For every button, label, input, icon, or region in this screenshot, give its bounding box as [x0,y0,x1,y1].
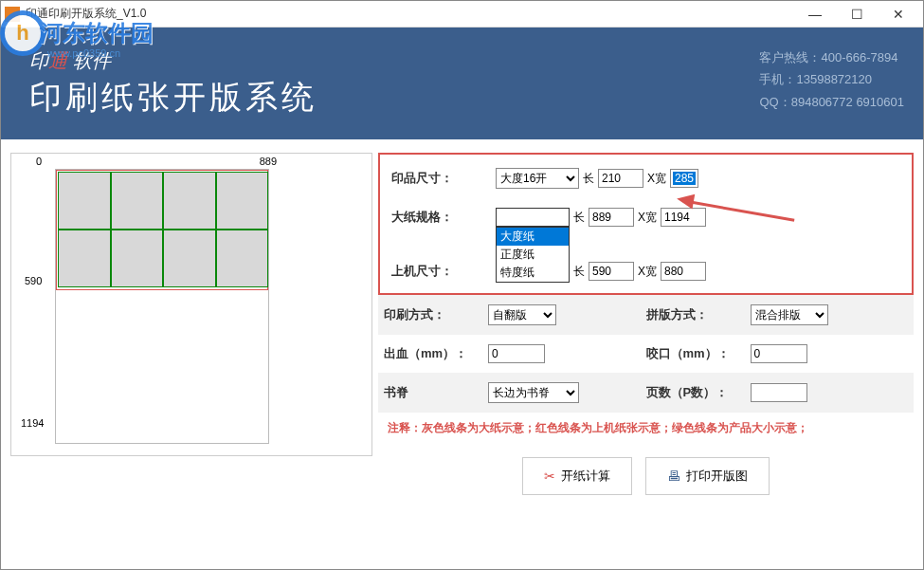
length-char: 长 [573,210,585,226]
dim-machine-height: 590 [25,275,42,286]
paper-spec-dropdown[interactable]: 大度纸 正度纸 特度纸 [496,208,570,227]
calculate-button[interactable]: ✂ 开纸计算 [522,457,632,495]
width-char: X宽 [647,171,666,187]
bite-label: 咬口（mm）： [646,345,751,362]
dim-origin: 0 [36,156,42,167]
watermark-text: 河东软件园 [40,18,154,48]
paper-outline [55,169,269,444]
product-size-label: 印品尺寸： [391,170,496,187]
paper-option-dadu[interactable]: 大度纸 [497,228,569,246]
spine-select[interactable]: 长边为书脊 [488,382,579,403]
paper-option-zhengdu[interactable]: 正度纸 [497,246,569,264]
layout-method-select[interactable]: 混合排版 [751,304,828,325]
scissors-icon: ✂ [544,469,555,484]
machine-width-input[interactable] [661,262,706,281]
machine-size-label: 上机尺寸： [391,263,496,280]
paper-option-tedu[interactable]: 特度纸 [497,264,569,282]
contact-qq: QQ：894806772 6910601 [759,91,904,113]
product-length-input[interactable] [598,169,643,188]
paper-width-input[interactable] [661,208,706,227]
product-cell [58,230,111,287]
paper-spec-label: 大纸规格： [391,209,496,226]
maximize-button[interactable]: ☐ [836,2,878,27]
form-panel: 印品尺寸： 大度16开 长 X宽 285 大纸规格： [378,153,914,508]
bleed-label: 出血（mm）： [384,345,488,362]
watermark-overlay: h 河东软件园 www.pc0359.cn [0,0,171,66]
layout-method-label: 拼版方式： [646,306,751,323]
product-cell [163,172,216,230]
dim-paper-height: 1194 [21,417,44,429]
width-char: X宽 [638,210,657,226]
bleed-input[interactable] [488,344,545,363]
machine-length-input[interactable] [589,262,634,281]
product-cell [216,230,269,287]
pages-input[interactable] [751,383,807,402]
product-cell [111,172,164,230]
product-cell [111,230,164,287]
contact-hotline: 客户热线：400-666-7894 [759,46,904,68]
legend-note: 注释：灰色线条为大纸示意；红色线条为上机纸张示意；绿色线条为产品大小示意； [378,413,914,444]
watermark-logo: h [0,10,45,56]
length-char: 长 [583,171,594,187]
length-char: 长 [573,264,585,280]
product-cell [58,172,111,230]
product-grid [58,172,268,287]
printer-icon: 🖶 [667,469,680,484]
minimize-button[interactable]: — [794,2,836,27]
dim-paper-width: 889 [260,156,277,167]
pages-label: 页数（P数）： [646,384,751,401]
calculate-label: 开纸计算 [561,468,610,485]
main-window: 印通印刷开版系统_V1.0 — ☐ ✕ 印通 软件 印刷纸张开版系统 客户热线：… [0,0,924,570]
print-button[interactable]: 🖶 打印开版图 [645,457,770,495]
product-size-select[interactable]: 大度16开 [496,168,579,189]
product-width-input[interactable]: 285 [670,169,698,188]
print-label: 打印开版图 [686,468,748,485]
print-method-select[interactable]: 自翻版 [488,304,556,325]
paper-spec-options: 大度纸 正度纸 特度纸 [496,227,570,283]
print-method-label: 印刷方式： [384,306,488,323]
logo-main-title: 印刷纸张开版系统 [29,76,317,120]
bite-input[interactable] [751,344,807,363]
preview-panel: 0 889 590 1194 [10,153,372,456]
annotation-arrow [682,199,796,202]
product-cell [216,172,269,230]
product-cell [163,230,216,287]
contact-info: 客户热线：400-666-7894 手机：13598872120 QQ：8948… [759,46,904,113]
contact-phone: 手机：13598872120 [759,68,904,90]
spine-label: 书脊 [384,384,488,401]
highlighted-settings: 印品尺寸： 大度16开 长 X宽 285 大纸规格： [378,153,914,295]
close-button[interactable]: ✕ [878,2,919,27]
watermark-url: www.pc0359.cn [47,47,120,59]
paper-length-input[interactable] [589,208,634,227]
width-char: X宽 [638,264,657,280]
